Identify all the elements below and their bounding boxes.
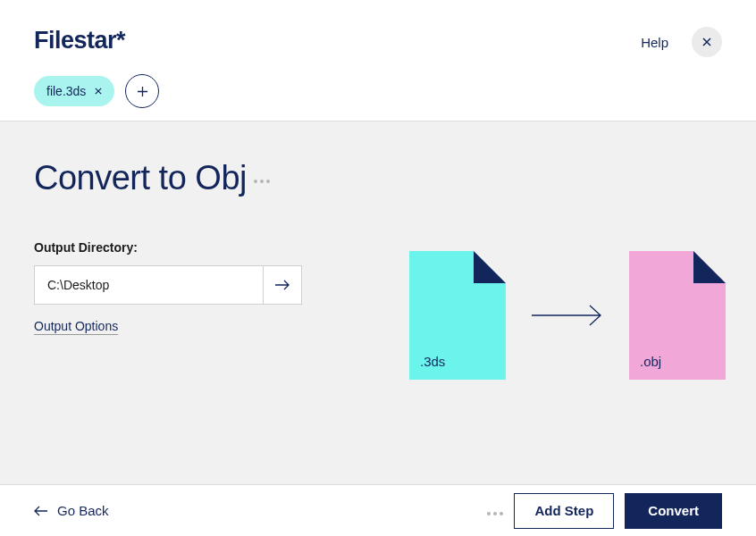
- file-chip[interactable]: file.3ds: [34, 76, 114, 106]
- close-button[interactable]: [692, 27, 722, 57]
- more-options-icon[interactable]: [254, 180, 270, 183]
- logo-asterisk: *: [116, 27, 125, 54]
- arrow-right-icon: [274, 279, 290, 291]
- go-back-label: Go Back: [57, 503, 109, 518]
- main-area: Convert to Obj Output Directory: Output …: [0, 121, 756, 496]
- source-file-card: .3ds: [409, 251, 506, 380]
- convert-button[interactable]: Convert: [625, 493, 722, 529]
- output-directory-input[interactable]: [34, 265, 263, 305]
- file-chips-row: file.3ds: [34, 74, 159, 108]
- output-options-link[interactable]: Output Options: [34, 319, 118, 333]
- file-fold-icon: [693, 251, 726, 283]
- close-icon: [702, 38, 711, 46]
- go-back-button[interactable]: Go Back: [34, 503, 109, 518]
- file-chip-remove-icon[interactable]: [95, 88, 102, 95]
- output-settings: Output Directory: Output Options: [34, 240, 302, 380]
- footer-actions: Add Step Convert: [487, 493, 722, 529]
- source-file-ext: .3ds: [420, 354, 445, 369]
- conversion-preview: .3ds .obj: [409, 251, 726, 380]
- output-directory-row: [34, 265, 302, 305]
- footer: Go Back Add Step Convert: [0, 484, 756, 536]
- add-step-button[interactable]: Add Step: [514, 493, 614, 529]
- logo: Filestar*: [34, 27, 159, 54]
- arrow-icon: [531, 305, 604, 326]
- footer-more-icon[interactable]: [487, 512, 503, 515]
- page-title-row: Convert to Obj: [34, 159, 722, 197]
- target-file-ext: .obj: [640, 354, 661, 369]
- file-fold-icon: [474, 251, 506, 283]
- content-row: Output Directory: Output Options .3ds: [34, 240, 722, 380]
- header-right: Help: [641, 27, 722, 57]
- add-file-button[interactable]: [125, 74, 159, 108]
- arrow-left-icon: [34, 506, 48, 516]
- file-chip-label: file.3ds: [46, 84, 86, 98]
- header: Filestar* file.3ds Help: [0, 0, 756, 108]
- header-left: Filestar* file.3ds: [34, 27, 159, 108]
- page-title: Convert to Obj: [34, 159, 247, 197]
- target-file-card: .obj: [629, 251, 726, 380]
- output-directory-label: Output Directory:: [34, 240, 302, 255]
- help-link[interactable]: Help: [641, 35, 668, 50]
- browse-button[interactable]: [263, 265, 302, 305]
- logo-text: Filestar: [34, 27, 116, 54]
